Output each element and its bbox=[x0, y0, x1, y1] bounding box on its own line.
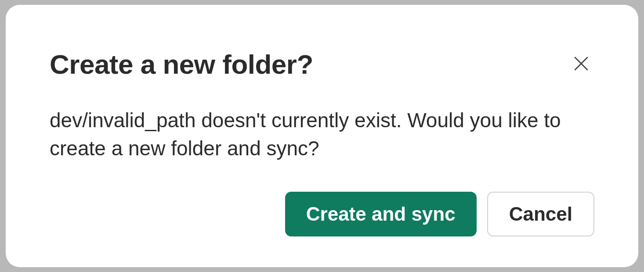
dialog-body: dev/invalid_path doesn't currently exist… bbox=[50, 106, 594, 174]
close-button[interactable] bbox=[568, 50, 594, 78]
dialog-title: Create a new folder? bbox=[50, 49, 313, 80]
dialog-footer: Create and sync Cancel bbox=[50, 192, 594, 236]
create-and-sync-button[interactable]: Create and sync bbox=[285, 192, 477, 236]
dialog-header: Create a new folder? bbox=[50, 49, 594, 80]
cancel-button[interactable]: Cancel bbox=[487, 192, 594, 236]
create-folder-dialog: Create a new folder? dev/invalid_path do… bbox=[6, 5, 638, 267]
close-icon bbox=[572, 54, 591, 75]
